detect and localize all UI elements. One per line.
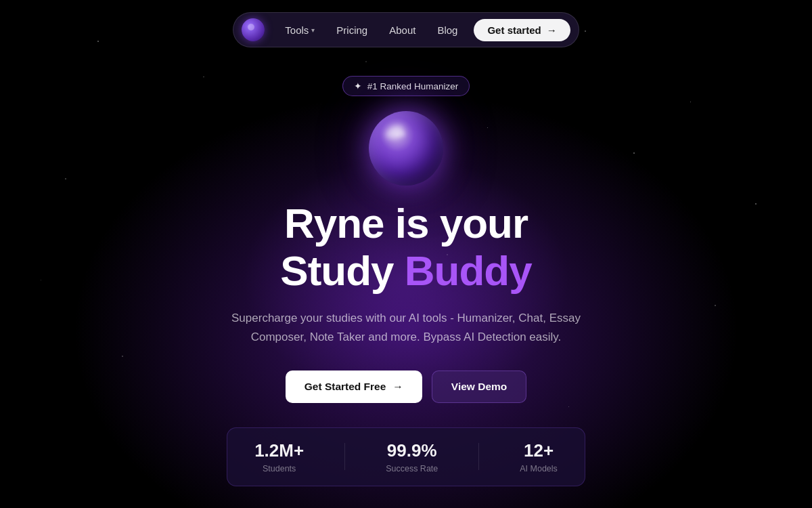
cta-buttons: Get Started Free → View Demo bbox=[286, 371, 527, 403]
arrow-icon: → bbox=[392, 381, 403, 393]
ranked-badge: ✦ #1 Ranked Humanizer bbox=[342, 76, 470, 96]
nav-get-started-button[interactable]: Get started → bbox=[474, 19, 570, 41]
stat-divider-2 bbox=[478, 443, 479, 470]
stat-success-rate: 99.9% Success Rate bbox=[386, 440, 438, 473]
nav-about[interactable]: About bbox=[380, 20, 425, 40]
stat-divider-1 bbox=[344, 443, 345, 470]
star-icon: ✦ bbox=[354, 81, 362, 91]
navbar: Tools ▾ Pricing About Blog Get started → bbox=[233, 12, 579, 47]
nav-pricing[interactable]: Pricing bbox=[327, 20, 377, 40]
logo[interactable] bbox=[242, 18, 265, 41]
stats-bar: 1.2M+ Students 99.9% Success Rate 12+ AI… bbox=[227, 427, 585, 486]
nav-tools[interactable]: Tools ▾ bbox=[275, 20, 324, 40]
stat-ai-models: 12+ AI Models bbox=[520, 440, 558, 473]
get-started-free-button[interactable]: Get Started Free → bbox=[286, 371, 422, 403]
nav-blog[interactable]: Blog bbox=[428, 20, 467, 40]
arrow-icon: → bbox=[547, 24, 557, 36]
hero-title-line1: Ryne is your bbox=[284, 200, 528, 247]
chevron-down-icon: ▾ bbox=[311, 26, 315, 34]
view-demo-button[interactable]: View Demo bbox=[432, 371, 526, 403]
hero-subtitle: Supercharge your studies with our AI too… bbox=[217, 309, 595, 345]
stat-students: 1.2M+ Students bbox=[254, 440, 304, 473]
hero-title-line2: Study Buddy bbox=[280, 248, 531, 294]
orb-graphic bbox=[369, 111, 443, 186]
